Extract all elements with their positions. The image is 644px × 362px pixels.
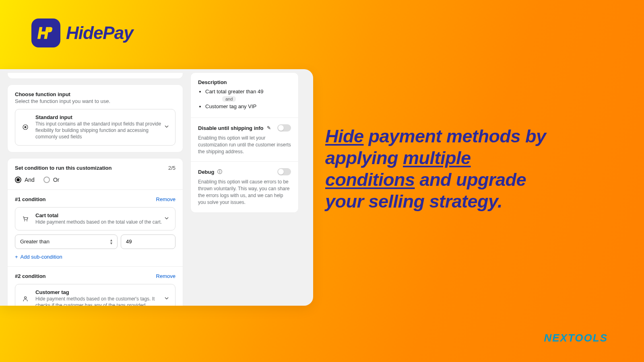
svg-point-2: [24, 220, 25, 221]
standard-input-option[interactable]: Standard input This input contains all t…: [15, 109, 175, 146]
condition-1-label: #1 condition: [15, 196, 46, 202]
marketing-headline: Hide payment methods by applying multipl…: [325, 125, 551, 212]
brand-name: HidePay: [66, 23, 133, 43]
brand-logo-mark: [31, 19, 60, 47]
brand-logo: HidePay: [31, 19, 133, 47]
description-card: Description Cart total greater than 49 a…: [190, 72, 299, 213]
app-panel: Choose function input Select the functio…: [0, 69, 313, 306]
standard-input-title: Standard input: [35, 114, 169, 120]
condition-2-title: Customer tag: [35, 289, 169, 295]
operator-select[interactable]: Greater than ▴▾: [15, 234, 118, 249]
chevron-down-icon: [164, 124, 169, 131]
company-footer: NEXTOOLS: [544, 332, 608, 344]
chevron-down-icon: [164, 295, 169, 302]
debug-title: Debug: [198, 169, 214, 175]
conditions-card: Set condition to run this customization …: [7, 158, 183, 306]
conditions-heading: Set condition to run this customization: [15, 165, 112, 171]
value-input[interactable]: [121, 234, 175, 249]
condition-2-desc: Hide payment methods based on the custom…: [35, 296, 169, 306]
radio-or[interactable]: Or: [43, 177, 60, 183]
plus-icon: +: [15, 254, 18, 260]
standard-input-desc: This input contains all the standard inp…: [35, 121, 169, 140]
radio-and[interactable]: And: [15, 177, 35, 183]
function-input-subtitle: Select the function input you want to us…: [15, 98, 175, 104]
condition-2-label: #2 condition: [15, 273, 46, 279]
condition-1-selector[interactable]: Cart total Hide payment methods based on…: [15, 207, 175, 230]
disable-title: Disable until shipping info: [198, 125, 264, 131]
person-icon: [21, 296, 30, 302]
info-icon[interactable]: ⓘ: [217, 169, 222, 175]
desc-item-2: Customer tag any VIP: [205, 103, 291, 109]
function-input-title: Choose function input: [15, 91, 175, 97]
desc-connector: and: [222, 96, 236, 102]
disable-toggle[interactable]: [277, 124, 291, 132]
remove-condition-2[interactable]: Remove: [156, 273, 175, 279]
disable-help: Enabling this option will let your custo…: [198, 135, 291, 155]
function-input-card: Choose function input Select the functio…: [7, 84, 183, 152]
condition-1-desc: Hide payment methods based on the total …: [35, 219, 169, 225]
description-title: Description: [198, 79, 291, 85]
target-icon: [21, 124, 30, 130]
remove-condition-1[interactable]: Remove: [156, 196, 175, 202]
logic-radios: And Or: [15, 177, 175, 183]
hidepay-icon: [37, 24, 55, 42]
svg-point-1: [25, 126, 27, 128]
select-arrows-icon: ▴▾: [110, 239, 112, 245]
condition-2-selector[interactable]: Customer tag Hide payment methods based …: [15, 284, 175, 306]
condition-1-title: Cart total: [35, 212, 169, 218]
desc-item-1: Cart total greater than 49: [205, 88, 291, 95]
conditions-counter: 2/5: [168, 165, 175, 171]
chevron-down-icon: [164, 215, 169, 222]
svg-point-3: [27, 220, 27, 221]
svg-point-4: [25, 296, 27, 298]
add-subcondition-1[interactable]: +Add sub-condition: [15, 254, 62, 260]
debug-toggle[interactable]: [277, 168, 291, 175]
edit-icon[interactable]: ✎: [267, 125, 271, 131]
previous-card-stub: [7, 72, 183, 79]
debug-help: Enabling this option will cause errors t…: [198, 179, 291, 206]
cart-icon: [21, 216, 30, 222]
